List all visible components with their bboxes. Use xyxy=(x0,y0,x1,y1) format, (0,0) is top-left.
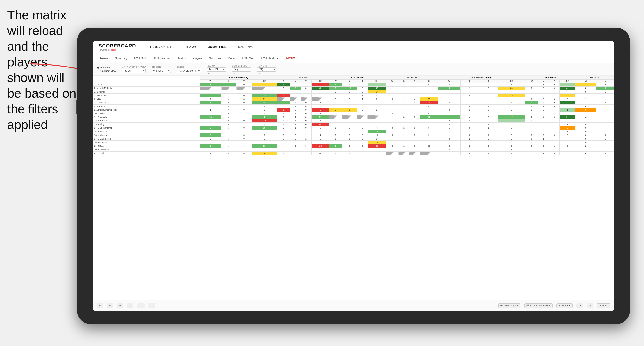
cell: 0 xyxy=(290,134,301,137)
sub-nav-h2h-heatmap[interactable]: H2H Heatmap xyxy=(150,56,174,61)
sub-nav-h2h-grid2[interactable]: H2H Grid xyxy=(239,56,257,61)
cell xyxy=(398,152,409,155)
undo-button[interactable]: ↩ xyxy=(97,303,103,308)
cell xyxy=(398,123,409,126)
sub-nav-summary[interactable]: Summary xyxy=(112,56,130,61)
cell xyxy=(549,112,560,115)
cell: 1 xyxy=(368,137,386,141)
players-select[interactable]: (All) xyxy=(257,67,276,72)
cell xyxy=(479,112,498,115)
cell xyxy=(386,130,398,134)
zoom-controls[interactable]: +·- xyxy=(137,303,144,308)
cell: 0 xyxy=(329,94,342,97)
cell xyxy=(560,112,575,115)
cell: 11 xyxy=(311,115,329,119)
refresh-button[interactable]: ⟳ xyxy=(117,303,123,308)
sub-nav-matrix2[interactable]: Matrix xyxy=(284,55,298,61)
region-select[interactable]: East - DII (All) West - DII xyxy=(207,67,226,72)
cell: 1 xyxy=(221,134,236,137)
cell: 1 xyxy=(525,94,538,97)
nav-tournaments[interactable]: TOURNAMENTS xyxy=(148,44,176,50)
view-original-button[interactable]: 👁 View: Original xyxy=(498,303,520,308)
cell: 1 xyxy=(236,115,252,119)
cell: 1 xyxy=(342,83,357,86)
cell: 1 xyxy=(479,152,498,155)
cell: 3 xyxy=(368,123,386,126)
cell: 1 xyxy=(525,83,538,86)
cell: 0 xyxy=(549,86,560,90)
cell xyxy=(277,148,290,152)
cell xyxy=(357,105,368,108)
gender-select[interactable]: Women's Men's xyxy=(152,69,171,73)
zoom-out-button[interactable]: ⊖ xyxy=(127,303,134,308)
settings-button[interactable]: ⚙ xyxy=(576,303,583,308)
table-row: 1. J Garcia 3 1 0 27 3 0 1 -11 4 1 0 10 … xyxy=(93,83,614,86)
cell: 0 xyxy=(575,134,596,137)
cell: 0 xyxy=(409,134,420,137)
compact-view-radio[interactable]: Compact View xyxy=(97,70,116,72)
cell xyxy=(420,141,438,144)
conference-select[interactable]: (All) xyxy=(232,67,251,72)
matrix-area[interactable]: 2. M Kelly Mulcahy 6. A Dy 11. G Woods 2… xyxy=(93,76,614,300)
sub-nav-h2h-grid[interactable]: H2H Grid xyxy=(131,56,149,61)
cell: 0 xyxy=(409,144,420,148)
cell: 2 xyxy=(311,105,329,108)
cell: 0 xyxy=(575,137,596,141)
sub-nav-h2h-heatmap2[interactable]: H2H Heatmap xyxy=(258,56,282,61)
cell xyxy=(498,90,525,94)
cell: 1 xyxy=(221,94,236,97)
sh-l6: L xyxy=(538,80,549,83)
sub-nav-summary2[interactable]: Summary xyxy=(206,56,224,61)
cell: 2 xyxy=(277,112,290,115)
cell: 2 xyxy=(277,123,290,126)
cell xyxy=(329,123,342,126)
cell: 14 xyxy=(420,115,438,119)
cell xyxy=(357,123,368,126)
cell xyxy=(398,108,409,112)
table-row: 9. A Maria Jimenez Rios 1 0 0 1 1 0 0 -7… xyxy=(93,108,614,112)
cell: 4 xyxy=(290,115,301,119)
cell: 0 xyxy=(200,112,221,115)
cell: 0 xyxy=(479,144,498,148)
cell xyxy=(386,141,398,144)
cell: 0 xyxy=(549,105,560,108)
cell: 11 xyxy=(368,141,386,144)
nav-committee[interactable]: COMMITTEE xyxy=(206,44,228,50)
sh-dif2: Dif xyxy=(311,80,329,83)
player-name: 16. X Mcgaha xyxy=(93,134,200,137)
cell xyxy=(560,137,575,141)
cell: 3 xyxy=(560,130,575,134)
cell: 3 xyxy=(560,134,575,137)
sub-nav-matrix[interactable]: Matrix xyxy=(175,56,189,61)
cell: 2 xyxy=(200,119,221,123)
cell: 0 xyxy=(525,105,538,108)
expand-button[interactable]: ⤢ xyxy=(587,303,593,308)
full-view-label: Full View xyxy=(100,66,110,69)
division-select[interactable]: NCAA Division II NCAA Division I NCAA Di… xyxy=(176,69,201,73)
nav-rankings[interactable]: RANKINGS xyxy=(236,44,256,50)
cell xyxy=(342,101,357,105)
redo-button[interactable]: ↪ xyxy=(107,303,113,308)
cell: 0 xyxy=(357,83,368,86)
player-name: 21. O Stoll xyxy=(93,152,200,155)
cell: 2 xyxy=(342,130,357,134)
cell: 4 xyxy=(200,152,221,155)
sub-nav-players[interactable]: Players xyxy=(190,56,205,61)
cell: 0 xyxy=(221,115,236,119)
share-button[interactable]: ↗ Share xyxy=(597,303,610,308)
cell xyxy=(549,90,560,94)
save-custom-button[interactable]: 💾 Save Custom View xyxy=(524,303,552,308)
cell: 1 xyxy=(596,94,614,97)
sub-nav-detail[interactable]: Detail xyxy=(225,56,239,61)
nav-teams[interactable]: TEAMS xyxy=(184,44,198,50)
cell: 1 xyxy=(596,90,614,94)
cell xyxy=(200,141,221,144)
full-view-radio[interactable]: Full View xyxy=(97,66,116,69)
watch-button[interactable]: 👁 Watch ▾ xyxy=(556,303,572,308)
max-players-select[interactable]: Top 25 Top 50 All xyxy=(122,69,146,73)
cell xyxy=(277,97,290,101)
sub-nav-teams[interactable]: Teams xyxy=(97,56,111,61)
cell xyxy=(221,141,236,144)
timer-button[interactable]: ⏱ xyxy=(148,303,155,308)
cell: 11 xyxy=(368,134,386,137)
